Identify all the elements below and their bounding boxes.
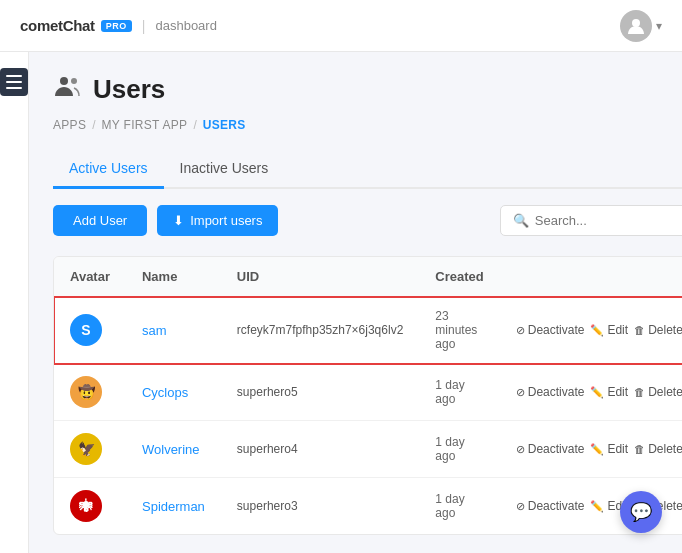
cell-created: 23 minutes ago [419, 297, 499, 364]
breadcrumb-app[interactable]: MY FIRST APP [102, 118, 188, 132]
header: cometChat PRO | dashboard ▾ [0, 0, 682, 52]
cell-avatar: S [54, 297, 126, 364]
table-row: Ssamrcfeyk7m7fpfhp35zh7×6j3q6lv223 minut… [54, 297, 682, 364]
hamburger-button[interactable] [0, 68, 28, 96]
deactivate-label: Deactivate [528, 499, 585, 513]
user-link[interactable]: Wolverine [142, 442, 200, 457]
table-header-row: Avatar Name UID Created [54, 257, 682, 297]
edit-label: Edit [607, 323, 628, 337]
sidebar [0, 52, 29, 553]
avatar: 🦅 [70, 433, 102, 465]
cell-created: 1 day ago [419, 421, 499, 478]
deactivate-button[interactable]: ⊘ Deactivate [516, 323, 585, 337]
cell-actions: ⊘ Deactivate ✏️ Edit 🗑 Delete [500, 364, 682, 421]
deactivate-label: Deactivate [528, 323, 585, 337]
delete-label: Delete [648, 442, 682, 456]
svg-point-0 [632, 19, 640, 27]
delete-button[interactable]: 🗑 Delete [634, 385, 682, 399]
deactivate-button[interactable]: ⊘ Deactivate [516, 442, 585, 456]
logo-divider: | [142, 18, 146, 34]
search-input[interactable] [535, 213, 682, 228]
table-body: Ssamrcfeyk7m7fpfhp35zh7×6j3q6lv223 minut… [54, 297, 682, 535]
edit-button[interactable]: ✏️ Edit [590, 385, 628, 399]
cell-name: Spiderman [126, 478, 221, 535]
edit-icon: ✏️ [590, 500, 604, 513]
import-users-button[interactable]: ⬇ Import users [157, 205, 278, 236]
toolbar: Add User ⬇ Import users 🔍 [53, 205, 682, 236]
edit-button[interactable]: ✏️ Edit [590, 442, 628, 456]
user-link[interactable]: Cyclops [142, 385, 188, 400]
search-box: 🔍 [500, 205, 682, 236]
delete-button[interactable]: 🗑 Delete [634, 323, 682, 337]
svg-point-1 [60, 77, 68, 85]
page-title-row: Users [53, 72, 682, 106]
cell-avatar: 🤠 [54, 364, 126, 421]
deactivate-icon: ⊘ [516, 386, 525, 399]
cell-avatar: 🕷 [54, 478, 126, 535]
table-header: Avatar Name UID Created [54, 257, 682, 297]
avatar [620, 10, 652, 42]
cell-avatar: 🦅 [54, 421, 126, 478]
cell-name: Cyclops [126, 364, 221, 421]
breadcrumb-sep-2: / [193, 118, 196, 132]
col-created: Created [419, 257, 499, 297]
delete-icon: 🗑 [634, 324, 645, 336]
edit-icon: ✏️ [590, 324, 604, 337]
edit-label: Edit [607, 385, 628, 399]
delete-icon: 🗑 [634, 443, 645, 455]
cell-uid: superhero3 [221, 478, 419, 535]
chevron-down-icon: ▾ [656, 19, 662, 33]
table-row: 🦅Wolverinesuperhero41 day ago ⊘ Deactiva… [54, 421, 682, 478]
page-title: Users [93, 74, 165, 105]
deactivate-button[interactable]: ⊘ Deactivate [516, 385, 585, 399]
download-icon: ⬇ [173, 213, 184, 228]
hamburger-line-1 [6, 75, 22, 77]
cell-uid: rcfeyk7m7fpfhp35zh7×6j3q6lv2 [221, 297, 419, 364]
cell-actions: ⊘ Deactivate ✏️ Edit 🗑 Delete [500, 297, 682, 364]
breadcrumb-users: USERS [203, 118, 246, 132]
cell-name: sam [126, 297, 221, 364]
hamburger-line-3 [6, 87, 22, 89]
logo-text: cometChat [20, 17, 95, 34]
avatar: 🕷 [70, 490, 102, 522]
tab-active-users[interactable]: Active Users [53, 152, 164, 189]
edit-label: Edit [607, 442, 628, 456]
delete-button[interactable]: 🗑 Delete [634, 442, 682, 456]
pro-badge: PRO [101, 20, 132, 32]
cell-created: 1 day ago [419, 478, 499, 535]
delete-icon: 🗑 [634, 386, 645, 398]
table-row: 🕷Spidermansuperhero31 day ago ⊘ Deactiva… [54, 478, 682, 535]
deactivate-icon: ⊘ [516, 443, 525, 456]
tab-inactive-users[interactable]: Inactive Users [164, 152, 285, 189]
toolbar-left: Add User ⬇ Import users [53, 205, 278, 236]
page-wrapper: Users APPS / MY FIRST APP / USERS Active… [0, 52, 682, 553]
deactivate-label: Deactivate [528, 385, 585, 399]
user-link[interactable]: Spiderman [142, 499, 205, 514]
breadcrumb: APPS / MY FIRST APP / USERS [53, 118, 682, 132]
search-icon: 🔍 [513, 213, 529, 228]
add-user-button[interactable]: Add User [53, 205, 147, 236]
col-uid: UID [221, 257, 419, 297]
edit-icon: ✏️ [590, 443, 604, 456]
cell-created: 1 day ago [419, 364, 499, 421]
delete-label: Delete [648, 385, 682, 399]
users-icon [53, 72, 81, 106]
col-actions [500, 257, 682, 297]
user-menu[interactable]: ▾ [620, 10, 662, 42]
col-name: Name [126, 257, 221, 297]
table-row: 🤠Cyclopssuperhero51 day ago ⊘ Deactivate… [54, 364, 682, 421]
deactivate-button[interactable]: ⊘ Deactivate [516, 499, 585, 513]
chat-icon: 💬 [630, 501, 652, 523]
svg-point-2 [71, 78, 77, 84]
avatar: S [70, 314, 102, 346]
edit-button[interactable]: ✏️ Edit [590, 323, 628, 337]
import-users-label: Import users [190, 213, 262, 228]
user-link[interactable]: sam [142, 323, 167, 338]
breadcrumb-apps[interactable]: APPS [53, 118, 86, 132]
delete-label: Delete [648, 323, 682, 337]
col-avatar: Avatar [54, 257, 126, 297]
chat-bubble[interactable]: 💬 [620, 491, 662, 533]
users-table-wrapper: Avatar Name UID Created Ssamrcfeyk7m7fpf… [53, 256, 682, 535]
main-content: Users APPS / MY FIRST APP / USERS Active… [29, 52, 682, 553]
deactivate-label: Deactivate [528, 442, 585, 456]
